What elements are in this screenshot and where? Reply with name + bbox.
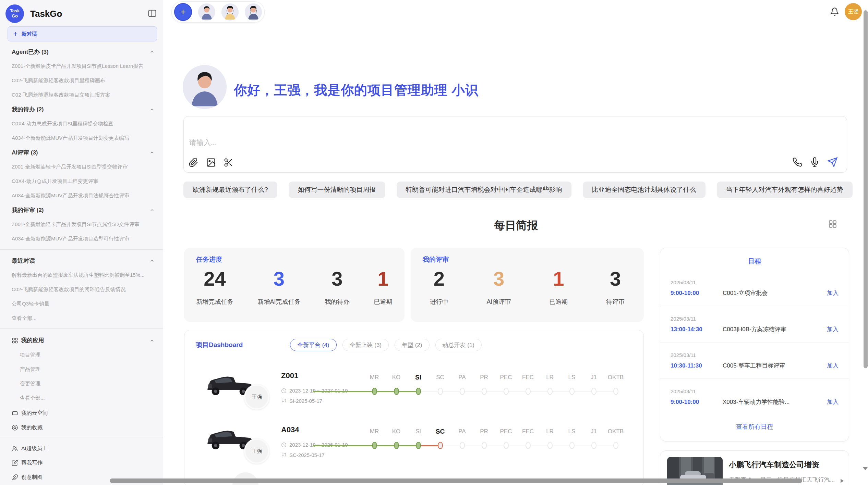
sidebar-item[interactable]: C02-飞腾新能源轻客改款项目里程碑画布	[0, 73, 163, 88]
sidebar-item[interactable]: A034-全新新能源MUV产品开发项目计划变更表编写	[0, 131, 163, 145]
recent-chats-header[interactable]: 最近对话	[0, 253, 163, 268]
app-item[interactable]: 项目管理	[0, 348, 163, 362]
dashboard-filter-tab[interactable]: 全新上装 (3)	[342, 339, 389, 351]
suggestion-chip[interactable]: 如何写一份清晰的项目周报	[289, 182, 385, 198]
dashboard-filter-tab[interactable]: 年型 (2)	[395, 339, 430, 351]
milestone-dot[interactable]	[372, 442, 377, 449]
milestone-dot[interactable]	[416, 442, 421, 449]
sidebar-item[interactable]: Z001-全新燃油皮卡产品开发项目SI节点Lesson Learn报告	[0, 59, 163, 73]
briefing-layout-icon[interactable]	[828, 220, 837, 228]
send-icon[interactable]	[827, 157, 838, 167]
milestone-dot[interactable]	[591, 388, 596, 395]
paperclip-icon[interactable]	[189, 158, 198, 167]
milestone-dot[interactable]	[591, 442, 596, 449]
scroll-right-arrow[interactable]	[841, 479, 844, 483]
app-item[interactable]: 变更管理	[0, 376, 163, 391]
milestone-dot[interactable]	[569, 388, 575, 395]
milestone-dot[interactable]	[504, 388, 509, 395]
recent-chat-item[interactable]: C02-飞腾新能源轻客改款项目的闭环通告反馈情况	[0, 282, 163, 297]
sidebar-section-header[interactable]: AI评审 (3)	[0, 145, 163, 160]
sidebar-section-header[interactable]: 我的评审 (2)	[0, 203, 163, 217]
agent-avatar-2[interactable]	[221, 3, 239, 21]
stat-label: 已逾期	[374, 298, 392, 306]
milestone-dot[interactable]	[460, 388, 465, 395]
sidebar-item[interactable]: C0X4-动力总成开发项目工程变更评审	[0, 174, 163, 188]
sidebar-item[interactable]: C0X4-动力总成开发项目SI里程碑提交物检查	[0, 116, 163, 131]
user-avatar[interactable]: 王强	[845, 3, 862, 20]
scroll-down-arrow[interactable]	[863, 467, 868, 470]
recent-chat-item[interactable]: 解释最新出台的欧盟报废车法规再生塑料比例被调至15%...	[0, 268, 163, 282]
sidebar-item-help-write[interactable]: 帮我写作	[0, 456, 163, 470]
recent-chat-label: 解释最新出台的欧盟报废车法规再生塑料比例被调至15%...	[12, 272, 145, 278]
sidebar-section-header[interactable]: 我的待办 (2)	[0, 102, 163, 116]
chat-input[interactable]: 请输入...	[183, 116, 847, 173]
milestone-dot[interactable]	[394, 388, 399, 395]
sidebar-section-header[interactable]: Agent已办 (3)	[0, 45, 163, 59]
new-chat-button[interactable]: 新对话	[8, 26, 157, 41]
milestone-dot[interactable]	[613, 388, 618, 395]
sidebar-item[interactable]: Z001-全新燃油轻卡产品开发项目SI节点属性5D文件评审	[0, 217, 163, 232]
schedule-title: 日程	[660, 257, 849, 266]
milestone-dot[interactable]	[613, 442, 618, 449]
my-apps-header[interactable]: 我的应用	[0, 333, 163, 348]
milestone-dot[interactable]	[438, 388, 443, 395]
sidebar-item[interactable]: C02-飞腾新能源轻客改款项目立项汇报方案	[0, 88, 163, 102]
section-title: 我的评审 (2)	[12, 206, 149, 214]
milestone-dot[interactable]	[482, 388, 487, 395]
sidebar-item-favorites[interactable]: 我的收藏	[0, 420, 163, 435]
milestone-dot[interactable]	[482, 442, 487, 449]
divider	[0, 328, 163, 329]
sidebar-item[interactable]: A034-全新新能源MUV产品开发项目法规符合性评审	[0, 188, 163, 203]
sidebar-item-ai-employee[interactable]: AI超级员工	[0, 441, 163, 456]
event-date: 2025/03/11	[671, 352, 839, 358]
app-item[interactable]: 产品管理	[0, 362, 163, 376]
milestone-dot[interactable]	[394, 442, 399, 449]
milestone-dot[interactable]	[526, 388, 531, 395]
microphone-icon[interactable]	[810, 157, 820, 167]
milestone-dot[interactable]	[547, 442, 553, 449]
milestone-dot[interactable]	[547, 388, 553, 395]
event-join-link[interactable]: 加入	[827, 362, 839, 370]
image-icon[interactable]	[206, 158, 216, 167]
section-title: Agent已办 (3)	[12, 48, 149, 56]
milestone-dot[interactable]	[569, 442, 575, 449]
milestone-dot[interactable]	[438, 442, 443, 449]
sidebar-item[interactable]: A034-全新新能源MUV产品开发项目造型可行性评审	[0, 232, 163, 246]
recent-chat-item[interactable]: 查看全部...	[0, 311, 163, 325]
agent-avatar-1[interactable]	[198, 3, 215, 21]
notification-bell-icon[interactable]	[830, 7, 839, 16]
event-join-link[interactable]: 加入	[827, 325, 839, 333]
suggestion-chip[interactable]: 比亚迪全固态电池计划具体说了什么	[583, 182, 706, 198]
sidebar-collapse-icon[interactable]	[147, 9, 157, 18]
vertical-scrollbar[interactable]	[864, 10, 868, 368]
add-agent-button[interactable]	[174, 3, 192, 21]
view-all-schedule-link[interactable]: 查看所有日程	[660, 423, 849, 431]
project-owner-badge: 王强	[244, 384, 269, 410]
event-row: 13:00-14:30C003|H0B-方案冻结评审加入	[671, 325, 839, 333]
milestone-dot[interactable]	[460, 442, 465, 449]
suggestion-chip[interactable]: 欧洲新规最近颁布了什么?	[183, 182, 277, 198]
milestone-dot[interactable]	[526, 442, 531, 449]
suggestion-chip[interactable]: 特朗普可能对进口汽车增税会对中国车企造成哪些影响	[397, 182, 571, 198]
app-title: TaskGo	[30, 9, 62, 19]
phone-icon[interactable]	[792, 157, 802, 167]
stat-label: 进行中	[430, 298, 448, 306]
scissors-icon[interactable]	[224, 158, 233, 167]
dashboard-filter-tab[interactable]: 全新平台 (4)	[290, 339, 337, 351]
dashboard-filter-tab[interactable]: 动总开发 (1)	[435, 339, 482, 351]
milestone-dot[interactable]	[372, 388, 377, 395]
event-date: 2025/03/11	[671, 279, 839, 285]
event-join-link[interactable]: 加入	[827, 289, 839, 297]
app-item[interactable]: 查看全部...	[0, 391, 163, 405]
recent-chat-item[interactable]: 公司Q3轻卡销量	[0, 297, 163, 311]
chevron-up-icon	[149, 107, 155, 112]
milestone-dot[interactable]	[416, 388, 421, 395]
sidebar-item-cloud-space[interactable]: 我的云空间	[0, 406, 163, 420]
agent-avatar-3[interactable]	[245, 3, 262, 21]
stat-label: 已逾期	[549, 298, 568, 306]
sidebar-item[interactable]: Z001-全新燃油轻卡产品开发项目SI造型提交物评审	[0, 160, 163, 174]
suggestion-chip[interactable]: 当下年轻人对汽车外观有怎样的喜好趋势	[717, 182, 853, 198]
event-join-link[interactable]: 加入	[827, 398, 839, 406]
horizontal-scrollbar[interactable]	[110, 478, 802, 483]
milestone-dot[interactable]	[504, 442, 509, 449]
